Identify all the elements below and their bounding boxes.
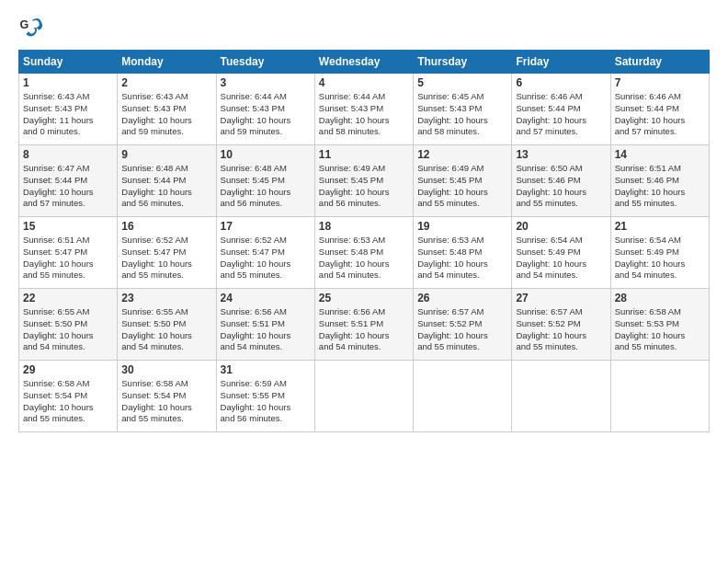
day-number: 17 bbox=[221, 220, 311, 233]
day-number: 29 bbox=[23, 363, 113, 376]
day-number: 11 bbox=[319, 148, 409, 161]
day-cell: 7Sunrise: 6:46 AMSunset: 5:44 PMDaylight… bbox=[610, 74, 709, 145]
day-number: 5 bbox=[417, 76, 507, 89]
day-info: Sunrise: 6:58 AMSunset: 5:54 PMDaylight:… bbox=[23, 378, 113, 425]
day-number: 22 bbox=[23, 292, 113, 304]
weekday-header-friday: Friday bbox=[512, 51, 610, 74]
day-info: Sunrise: 6:57 AMSunset: 5:52 PMDaylight:… bbox=[417, 306, 507, 353]
day-info: Sunrise: 6:44 AMSunset: 5:43 PMDaylight:… bbox=[221, 91, 311, 138]
weekday-header-sunday: Sunday bbox=[19, 51, 118, 74]
day-cell: 23Sunrise: 6:55 AMSunset: 5:50 PMDayligh… bbox=[118, 289, 216, 361]
day-info: Sunrise: 6:54 AMSunset: 5:49 PMDaylight:… bbox=[615, 235, 705, 282]
day-cell: 20Sunrise: 6:54 AMSunset: 5:49 PMDayligh… bbox=[512, 217, 610, 289]
weekday-header-thursday: Thursday bbox=[414, 51, 512, 74]
day-cell: 31Sunrise: 6:59 AMSunset: 5:55 PMDayligh… bbox=[216, 361, 314, 432]
day-number: 25 bbox=[319, 292, 409, 304]
day-number: 14 bbox=[615, 148, 705, 161]
day-number: 4 bbox=[319, 76, 409, 89]
day-number: 2 bbox=[121, 76, 211, 89]
day-number: 20 bbox=[516, 220, 606, 233]
day-number: 19 bbox=[417, 220, 507, 233]
day-number: 27 bbox=[516, 292, 606, 304]
week-row-1: 1Sunrise: 6:43 AMSunset: 5:43 PMDaylight… bbox=[19, 74, 710, 145]
weekday-header-tuesday: Tuesday bbox=[216, 51, 314, 74]
day-cell: 14Sunrise: 6:51 AMSunset: 5:46 PMDayligh… bbox=[610, 145, 709, 217]
header: G bbox=[18, 15, 710, 40]
day-cell: 26Sunrise: 6:57 AMSunset: 5:52 PMDayligh… bbox=[414, 289, 512, 361]
day-info: Sunrise: 6:49 AMSunset: 5:45 PMDaylight:… bbox=[319, 163, 409, 210]
day-number: 8 bbox=[23, 148, 113, 161]
day-info: Sunrise: 6:43 AMSunset: 5:43 PMDaylight:… bbox=[23, 91, 113, 138]
day-cell: 5Sunrise: 6:45 AMSunset: 5:43 PMDaylight… bbox=[414, 74, 512, 145]
day-info: Sunrise: 6:52 AMSunset: 5:47 PMDaylight:… bbox=[221, 235, 311, 282]
day-cell: 2Sunrise: 6:43 AMSunset: 5:43 PMDaylight… bbox=[118, 74, 216, 145]
day-cell: 8Sunrise: 6:47 AMSunset: 5:44 PMDaylight… bbox=[19, 145, 118, 217]
weekday-header-saturday: Saturday bbox=[610, 51, 709, 74]
day-cell: 25Sunrise: 6:56 AMSunset: 5:51 PMDayligh… bbox=[314, 289, 413, 361]
day-cell: 1Sunrise: 6:43 AMSunset: 5:43 PMDaylight… bbox=[19, 74, 118, 145]
day-info: Sunrise: 6:49 AMSunset: 5:45 PMDaylight:… bbox=[417, 163, 507, 210]
day-number: 12 bbox=[417, 148, 507, 161]
day-number: 7 bbox=[615, 76, 705, 89]
weekday-header-monday: Monday bbox=[118, 51, 216, 74]
day-info: Sunrise: 6:46 AMSunset: 5:44 PMDaylight:… bbox=[615, 91, 705, 138]
day-number: 16 bbox=[121, 220, 211, 233]
day-number: 28 bbox=[615, 292, 705, 304]
day-cell: 9Sunrise: 6:48 AMSunset: 5:44 PMDaylight… bbox=[118, 145, 216, 217]
day-cell: 16Sunrise: 6:52 AMSunset: 5:47 PMDayligh… bbox=[118, 217, 216, 289]
day-cell: 4Sunrise: 6:44 AMSunset: 5:43 PMDaylight… bbox=[314, 74, 413, 145]
day-cell: 30Sunrise: 6:58 AMSunset: 5:54 PMDayligh… bbox=[118, 361, 216, 432]
day-info: Sunrise: 6:47 AMSunset: 5:44 PMDaylight:… bbox=[23, 163, 113, 210]
day-info: Sunrise: 6:55 AMSunset: 5:50 PMDaylight:… bbox=[121, 306, 211, 353]
day-info: Sunrise: 6:43 AMSunset: 5:43 PMDaylight:… bbox=[121, 91, 211, 138]
day-cell: 15Sunrise: 6:51 AMSunset: 5:47 PMDayligh… bbox=[19, 217, 118, 289]
day-number: 31 bbox=[221, 363, 311, 376]
day-cell: 27Sunrise: 6:57 AMSunset: 5:52 PMDayligh… bbox=[512, 289, 610, 361]
day-cell bbox=[512, 361, 610, 432]
day-info: Sunrise: 6:59 AMSunset: 5:55 PMDaylight:… bbox=[221, 378, 311, 425]
day-number: 26 bbox=[417, 292, 507, 304]
day-info: Sunrise: 6:58 AMSunset: 5:54 PMDaylight:… bbox=[121, 378, 211, 425]
day-cell: 6Sunrise: 6:46 AMSunset: 5:44 PMDaylight… bbox=[512, 74, 610, 145]
day-cell: 3Sunrise: 6:44 AMSunset: 5:43 PMDaylight… bbox=[216, 74, 314, 145]
day-cell: 17Sunrise: 6:52 AMSunset: 5:47 PMDayligh… bbox=[216, 217, 314, 289]
day-number: 18 bbox=[319, 220, 409, 233]
day-info: Sunrise: 6:51 AMSunset: 5:46 PMDaylight:… bbox=[615, 163, 705, 210]
day-info: Sunrise: 6:48 AMSunset: 5:45 PMDaylight:… bbox=[221, 163, 311, 210]
day-cell: 18Sunrise: 6:53 AMSunset: 5:48 PMDayligh… bbox=[314, 217, 413, 289]
calendar-page: G SundayMondayTuesdayWednesdayThursdayFr… bbox=[0, 0, 728, 442]
day-info: Sunrise: 6:51 AMSunset: 5:47 PMDaylight:… bbox=[23, 235, 113, 282]
day-cell: 19Sunrise: 6:53 AMSunset: 5:48 PMDayligh… bbox=[414, 217, 512, 289]
day-cell: 21Sunrise: 6:54 AMSunset: 5:49 PMDayligh… bbox=[610, 217, 709, 289]
day-cell bbox=[314, 361, 413, 432]
day-cell: 13Sunrise: 6:50 AMSunset: 5:46 PMDayligh… bbox=[512, 145, 610, 217]
day-info: Sunrise: 6:55 AMSunset: 5:50 PMDaylight:… bbox=[23, 306, 113, 353]
day-number: 30 bbox=[121, 363, 211, 376]
day-number: 13 bbox=[516, 148, 606, 161]
day-info: Sunrise: 6:57 AMSunset: 5:52 PMDaylight:… bbox=[516, 306, 606, 353]
day-info: Sunrise: 6:56 AMSunset: 5:51 PMDaylight:… bbox=[221, 306, 311, 353]
day-info: Sunrise: 6:50 AMSunset: 5:46 PMDaylight:… bbox=[516, 163, 606, 210]
svg-text:G: G bbox=[19, 18, 28, 31]
day-number: 1 bbox=[23, 76, 113, 89]
calendar-table: SundayMondayTuesdayWednesdayThursdayFrid… bbox=[18, 50, 710, 432]
day-cell: 10Sunrise: 6:48 AMSunset: 5:45 PMDayligh… bbox=[216, 145, 314, 217]
day-number: 24 bbox=[221, 292, 311, 304]
day-info: Sunrise: 6:48 AMSunset: 5:44 PMDaylight:… bbox=[121, 163, 211, 210]
weekday-header-wednesday: Wednesday bbox=[314, 51, 413, 74]
day-cell: 24Sunrise: 6:56 AMSunset: 5:51 PMDayligh… bbox=[216, 289, 314, 361]
day-info: Sunrise: 6:56 AMSunset: 5:51 PMDaylight:… bbox=[319, 306, 409, 353]
day-cell: 29Sunrise: 6:58 AMSunset: 5:54 PMDayligh… bbox=[19, 361, 118, 432]
week-row-4: 22Sunrise: 6:55 AMSunset: 5:50 PMDayligh… bbox=[19, 289, 710, 361]
day-number: 6 bbox=[516, 76, 606, 89]
day-info: Sunrise: 6:58 AMSunset: 5:53 PMDaylight:… bbox=[615, 306, 705, 353]
week-row-3: 15Sunrise: 6:51 AMSunset: 5:47 PMDayligh… bbox=[19, 217, 710, 289]
day-number: 21 bbox=[615, 220, 705, 233]
day-cell: 11Sunrise: 6:49 AMSunset: 5:45 PMDayligh… bbox=[314, 145, 413, 217]
day-info: Sunrise: 6:53 AMSunset: 5:48 PMDaylight:… bbox=[417, 235, 507, 282]
weekday-header-row: SundayMondayTuesdayWednesdayThursdayFrid… bbox=[19, 51, 710, 74]
day-number: 3 bbox=[221, 76, 311, 89]
day-cell: 22Sunrise: 6:55 AMSunset: 5:50 PMDayligh… bbox=[19, 289, 118, 361]
logo-icon: G bbox=[18, 15, 44, 40]
day-info: Sunrise: 6:53 AMSunset: 5:48 PMDaylight:… bbox=[319, 235, 409, 282]
